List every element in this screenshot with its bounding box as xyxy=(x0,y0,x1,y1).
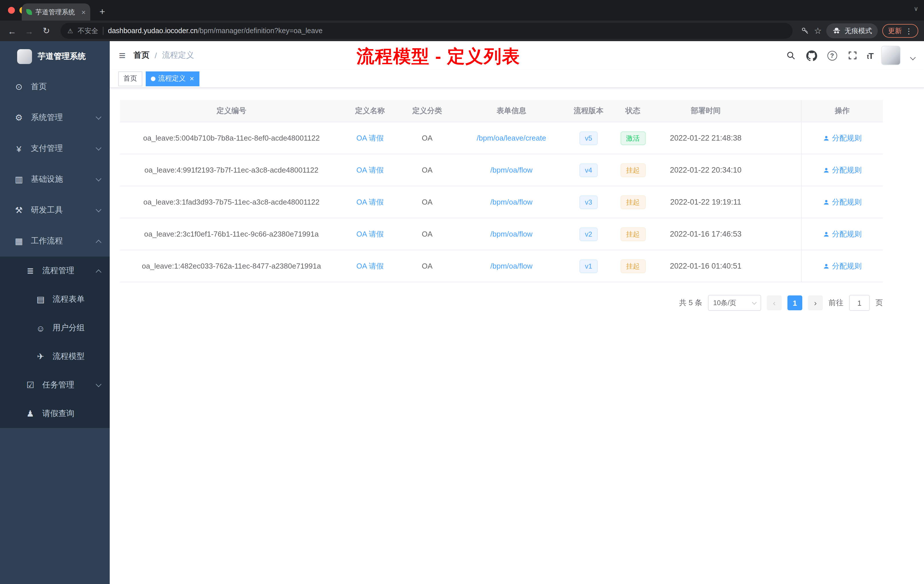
sidebar-item-label: 首页 xyxy=(31,82,101,92)
sidebar-item-leave-query[interactable]: ♟ 请假查询 xyxy=(0,399,110,428)
sidebar-item-payment-management[interactable]: ¥ 支付管理 xyxy=(0,133,110,164)
sidebar-item-home[interactable]: ⊙ 首页 xyxy=(0,71,110,102)
new-tab-button[interactable]: + xyxy=(96,6,109,18)
user-avatar[interactable] xyxy=(881,46,901,65)
font-size-icon[interactable]: tT xyxy=(867,51,873,60)
browser-toolbar: ← → ↻ ⚠ 不安全 dashboard.yudao.iocoder.cn/b… xyxy=(0,21,924,41)
security-label[interactable]: 不安全 xyxy=(78,26,98,36)
tab-favicon-icon xyxy=(26,9,32,15)
pagination: 共 5 条 10条/页 ‹ 1 › 前往 页 xyxy=(120,295,883,311)
assign-rule-link[interactable]: 分配规则 xyxy=(823,261,862,271)
sidebar-item-system-management[interactable]: ⚙ 系统管理 xyxy=(0,102,110,133)
red-annotation-text: 流程模型 - 定义列表 xyxy=(356,45,520,69)
assign-rule-link[interactable]: 分配规则 xyxy=(823,165,862,175)
definition-category: OA xyxy=(397,154,457,186)
current-page-button[interactable]: 1 xyxy=(787,295,802,310)
gear-icon: ⚙ xyxy=(14,112,24,123)
tag-close-icon[interactable]: × xyxy=(190,75,194,82)
definition-id: oa_leave:4:991f2193-7b7f-11ec-a3c8-acde4… xyxy=(120,154,343,186)
dashboard-icon: ⊙ xyxy=(14,82,24,92)
browser-menu-icon[interactable]: ⋮ xyxy=(905,26,912,35)
sidebar-logo[interactable]: 芋道管理系统 xyxy=(0,41,110,71)
browser-update-button[interactable]: 更新 ⋮ xyxy=(882,24,918,38)
form-info-link[interactable]: /bpm/oa/flow xyxy=(490,166,532,174)
browser-tab[interactable]: 芋道管理系统 × xyxy=(22,3,90,21)
form-info-link[interactable]: /bpm/oa/flow xyxy=(490,230,532,238)
user-group-icon: ☺ xyxy=(35,323,46,333)
sidebar-item-workflow[interactable]: ▦ 工作流程 xyxy=(0,226,110,257)
sidebar-item-process-model[interactable]: ✈ 流程模型 xyxy=(0,342,110,371)
reload-button[interactable]: ↻ xyxy=(40,26,53,36)
goto-unit: 页 xyxy=(875,298,883,308)
person-icon xyxy=(823,167,830,173)
table-header-row: 定义编号 定义名称 定义分类 表单信息 流程版本 状态 部署时间 操作 xyxy=(120,100,883,122)
person-icon xyxy=(823,135,830,142)
hamburger-icon[interactable]: ≡ xyxy=(119,49,125,62)
definition-category: OA xyxy=(397,218,457,250)
password-key-icon[interactable] xyxy=(800,26,809,35)
definition-id: oa_leave:5:004b710b-7b8a-11ec-8ef0-acde4… xyxy=(120,122,343,154)
incognito-badge: 无痕模式 xyxy=(826,23,878,38)
paper-plane-icon: ✈ xyxy=(35,351,46,362)
url-path: /bpm/manager/definition?key=oa_leave xyxy=(198,27,323,35)
tab-search-caret-icon[interactable]: ∨ xyxy=(914,5,918,13)
github-icon[interactable] xyxy=(805,49,818,62)
address-bar[interactable]: ⚠ 不安全 dashboard.yudao.iocoder.cn/bpm/man… xyxy=(61,23,792,39)
definition-id: oa_leave:2:3c1f0ef1-76b1-11ec-9c66-a2380… xyxy=(120,218,343,250)
definition-name-link[interactable]: OA 请假 xyxy=(356,197,383,207)
table-row: oa_leave:4:991f2193-7b7f-11ec-a3c8-acde4… xyxy=(120,154,883,186)
tag-process-definition[interactable]: 流程定义 × xyxy=(146,71,199,86)
definition-name-link[interactable]: OA 请假 xyxy=(356,133,383,143)
help-icon[interactable]: ? xyxy=(826,49,838,62)
page-size-select[interactable]: 10条/页 xyxy=(708,295,761,311)
sidebar-item-user-group[interactable]: ☺ 用户分组 xyxy=(0,314,110,342)
assign-rule-link[interactable]: 分配规则 xyxy=(823,197,862,207)
next-page-button[interactable]: › xyxy=(808,295,823,310)
definition-name-link[interactable]: OA 请假 xyxy=(356,165,383,175)
status-badge: 挂起 xyxy=(620,259,645,273)
breadcrumb-home[interactable]: 首页 xyxy=(134,50,149,61)
url-domain: dashboard.yudao.iocoder.cn xyxy=(108,27,198,35)
definition-category: OA xyxy=(397,122,457,154)
close-window-button[interactable] xyxy=(8,7,15,14)
sidebar-item-label: 研发工具 xyxy=(31,205,97,215)
tab-close-icon[interactable]: × xyxy=(81,8,86,16)
assign-rule-link[interactable]: 分配规则 xyxy=(823,133,862,143)
incognito-label: 无痕模式 xyxy=(845,26,872,36)
chevron-down-icon xyxy=(96,114,101,120)
definition-table: 定义编号 定义名称 定义分类 表单信息 流程版本 状态 部署时间 操作 oa_l… xyxy=(120,100,883,282)
tag-home[interactable]: 首页 xyxy=(118,71,142,86)
breadcrumb-separator: / xyxy=(155,51,157,60)
form-info-link[interactable]: /bpm/oa/flow xyxy=(490,198,532,206)
browser-window: 芋道管理系统 × + ∨ ← → ↻ ⚠ 不安全 dashboard.yudao… xyxy=(0,0,924,584)
fullscreen-icon[interactable] xyxy=(846,49,859,62)
definition-id: oa_leave:3:1fad3d93-7b75-11ec-a3c8-acde4… xyxy=(120,186,343,218)
search-icon[interactable] xyxy=(785,49,797,62)
prev-page-button[interactable]: ‹ xyxy=(767,295,782,310)
deploy-time: 2022-01-16 01:40:51 xyxy=(654,250,757,282)
chevron-up-icon xyxy=(96,239,101,245)
goto-page-input[interactable] xyxy=(849,295,870,311)
form-info-link[interactable]: /bpm/oa/flow xyxy=(490,262,532,270)
definition-name-link[interactable]: OA 请假 xyxy=(356,261,383,271)
not-secure-warning-icon: ⚠ xyxy=(68,27,73,35)
bookmark-star-icon[interactable]: ☆ xyxy=(814,26,822,36)
sidebar-item-dev-tools[interactable]: ⚒ 研发工具 xyxy=(0,195,110,226)
chevron-down-icon xyxy=(96,145,101,150)
sidebar-item-process-form[interactable]: ▤ 流程表单 xyxy=(0,285,110,314)
avatar-caret-icon[interactable] xyxy=(910,54,916,60)
status-badge: 挂起 xyxy=(620,163,645,177)
back-button[interactable]: ← xyxy=(6,26,18,36)
definition-name-link[interactable]: OA 请假 xyxy=(356,229,383,239)
sidebar-item-label: 流程管理 xyxy=(42,266,97,276)
infrastructure-icon: ▥ xyxy=(14,174,24,185)
sidebar-item-infrastructure[interactable]: ▥ 基础设施 xyxy=(0,164,110,195)
sidebar-item-label: 支付管理 xyxy=(31,144,97,154)
sidebar-item-process-management[interactable]: ≣ 流程管理 xyxy=(0,257,110,285)
sidebar-item-task-management[interactable]: ☑ 任务管理 xyxy=(0,371,110,399)
person-icon xyxy=(823,231,830,238)
forward-button[interactable]: → xyxy=(23,26,35,36)
assign-rule-link[interactable]: 分配规则 xyxy=(823,229,862,239)
form-info-link[interactable]: /bpm/oa/leave/create xyxy=(477,134,546,142)
url-text[interactable]: dashboard.yudao.iocoder.cn/bpm/manager/d… xyxy=(108,27,323,35)
